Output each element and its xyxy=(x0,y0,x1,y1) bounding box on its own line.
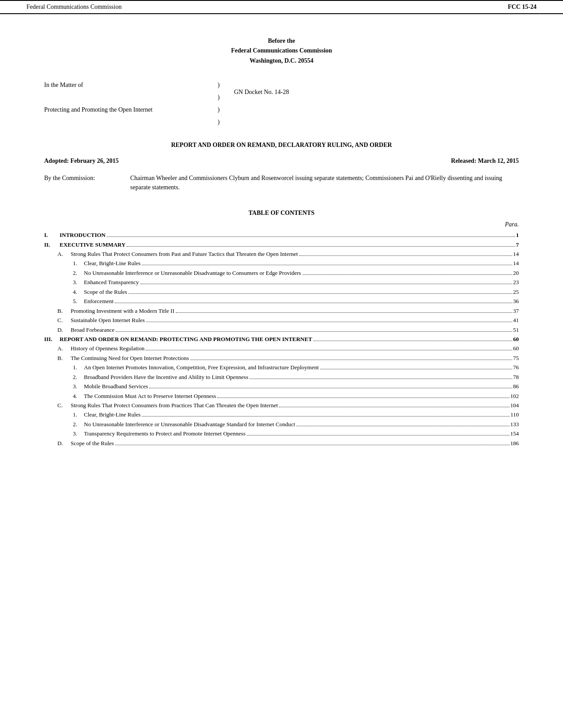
toc-label-3: 1. xyxy=(73,259,84,268)
commission-statement-text: Chairman Wheeler and Commissioners Clybu… xyxy=(130,173,519,192)
adopted-date: Adopted: February 26, 2015 xyxy=(44,158,119,165)
toc-entry-21: 3. Transparency Requirements to Protect … xyxy=(44,429,519,438)
toc-page-11: 60 xyxy=(513,334,519,344)
toc-label-9: C. xyxy=(57,315,71,325)
bracket-3: ) xyxy=(218,104,220,116)
toc-text-6: Scope of the Rules xyxy=(84,287,127,296)
adopted-released: Adopted: February 26, 2015 Released: Mar… xyxy=(44,158,519,165)
toc-text-11: REPORT AND ORDER ON REMAND: PROTECTING A… xyxy=(60,334,312,344)
toc-dots-2 xyxy=(299,255,512,256)
toc-label-7: 5. xyxy=(73,296,84,306)
toc-text-2: Strong Rules That Protect Consumers from… xyxy=(71,249,298,259)
toc-page-3: 14 xyxy=(513,259,519,268)
toc-dots-1 xyxy=(127,246,515,247)
toc-dots-19 xyxy=(142,416,510,417)
toc-text-16: Mobile Broadband Services xyxy=(84,382,148,391)
toc-label-10: D. xyxy=(57,325,71,334)
toc-entry-16: 3. Mobile Broadband Services86 xyxy=(44,382,519,391)
toc-entry-14: 1. An Open Internet Promotes Innovation,… xyxy=(44,363,519,372)
toc-page-14: 76 xyxy=(513,363,519,372)
report-title: REPORT AND ORDER ON REMAND, DECLARATORY … xyxy=(44,142,519,149)
toc-text-12: History of Openness Regulation xyxy=(71,344,144,353)
toc-entry-8: B. Promoting Investment with a Modern Ti… xyxy=(44,306,519,315)
bracket-4: ) xyxy=(218,116,220,128)
toc-entry-13: B. The Continuing Need for Open Internet… xyxy=(44,353,519,363)
toc-text-5: Enhanced Transparency xyxy=(84,278,139,287)
toc-entry-17: 4. The Commission Must Act to Preserve I… xyxy=(44,391,519,401)
toc-text-8: Promoting Investment with a Modern Title… xyxy=(71,306,174,315)
report-title-text: REPORT AND ORDER ON REMAND, DECLARATORY … xyxy=(171,142,392,148)
toc-entry-11: III. REPORT AND ORDER ON REMAND: PROTECT… xyxy=(44,334,519,344)
toc-text-7: Enforcement xyxy=(84,296,113,306)
toc-entry-0: I. INTRODUCTION1 xyxy=(44,230,519,240)
toc-dots-16 xyxy=(149,388,512,388)
toc-container: I. INTRODUCTION1II. EXECUTIVE SUMMARY7A.… xyxy=(44,230,519,448)
toc-label-8: B. xyxy=(57,306,71,315)
toc-page-15: 78 xyxy=(513,372,519,382)
toc-page-4: 20 xyxy=(513,268,519,278)
matter-brackets: ) ) ) ) xyxy=(212,79,225,128)
matter-docket: GN Docket No. 14-28 xyxy=(225,79,519,128)
toc-text-21: Transparency Requirements to Protect and… xyxy=(84,429,246,438)
toc-page-8: 37 xyxy=(513,306,519,315)
before-line3: Washington, D.C. 20554 xyxy=(44,56,519,66)
toc-page-21: 154 xyxy=(510,429,519,438)
toc-label-17: 4. xyxy=(73,391,84,401)
toc-label-16: 3. xyxy=(73,382,84,391)
bracket-2: ) xyxy=(218,91,220,104)
toc-page-13: 75 xyxy=(513,353,519,363)
released-date: Released: March 12, 2015 xyxy=(451,158,519,165)
toc-dots-13 xyxy=(190,360,512,360)
bracket-1: ) xyxy=(218,79,220,91)
toc-page-6: 25 xyxy=(513,287,519,296)
header-doc-id: FCC 15-24 xyxy=(508,4,537,11)
toc-dots-7 xyxy=(115,303,512,303)
toc-entry-18: C. Strong Rules That Protect Consumers f… xyxy=(44,401,519,410)
toc-label-18: C. xyxy=(57,401,71,410)
toc-text-0: INTRODUCTION xyxy=(60,230,106,240)
toc-label-12: A. xyxy=(57,344,71,353)
docket-number: GN Docket No. 14-28 xyxy=(234,89,519,96)
toc-page-18: 104 xyxy=(510,401,519,410)
page: Federal Communications Commission FCC 15… xyxy=(0,0,563,728)
toc-page-22: 186 xyxy=(510,439,519,448)
toc-label-2: A. xyxy=(57,249,71,259)
toc-entry-22: D. Scope of the Rules186 xyxy=(44,439,519,448)
toc-label-5: 3. xyxy=(73,278,84,287)
toc-text-13: The Continuing Need for Open Internet Pr… xyxy=(71,353,189,363)
toc-text-20: No Unreasonable Interference or Unreason… xyxy=(84,420,295,429)
toc-dots-8 xyxy=(176,312,512,313)
toc-text-17: The Commission Must Act to Preserve Inte… xyxy=(84,391,216,401)
toc-dots-15 xyxy=(249,379,512,379)
toc-page-16: 86 xyxy=(513,382,519,391)
matter-left: In the Matter of Protecting and Promotin… xyxy=(44,79,212,128)
toc-page-9: 41 xyxy=(513,315,519,325)
before-line1: Before the xyxy=(44,36,519,46)
toc-dots-5 xyxy=(140,284,512,284)
toc-label-6: 4. xyxy=(73,287,84,296)
toc-label-15: 2. xyxy=(73,372,84,382)
toc-dots-20 xyxy=(296,426,509,426)
toc-dots-17 xyxy=(217,398,509,398)
header-bar: Federal Communications Commission FCC 15… xyxy=(0,0,563,14)
toc-para-label: Para. xyxy=(44,221,519,228)
toc-text-14: An Open Internet Promotes Innovation, Co… xyxy=(84,363,319,372)
toc-dots-14 xyxy=(320,369,512,369)
toc-label-22: D. xyxy=(57,439,71,448)
toc-text-10: Broad Forbearance xyxy=(71,325,114,334)
toc-label-20: 2. xyxy=(73,420,84,429)
matter-subject: Protecting and Promoting the Open Intern… xyxy=(44,104,212,116)
toc-page-7: 36 xyxy=(513,296,519,306)
toc-entry-7: 5. Enforcement36 xyxy=(44,296,519,306)
toc-dots-9 xyxy=(146,322,512,322)
toc-label-21: 3. xyxy=(73,429,84,438)
toc-entry-5: 3. Enhanced Transparency23 xyxy=(44,278,519,287)
toc-page-10: 51 xyxy=(513,325,519,334)
toc-entry-19: 1. Clear, Bright-Line Rules110 xyxy=(44,410,519,419)
toc-entry-9: C. Sustainable Open Internet Rules41 xyxy=(44,315,519,325)
main-content: Before the Federal Communications Commis… xyxy=(0,14,563,474)
before-section: Before the Federal Communications Commis… xyxy=(44,36,519,66)
toc-text-9: Sustainable Open Internet Rules xyxy=(71,315,145,325)
toc-label-13: B. xyxy=(57,353,71,363)
toc-entry-6: 4. Scope of the Rules25 xyxy=(44,287,519,296)
